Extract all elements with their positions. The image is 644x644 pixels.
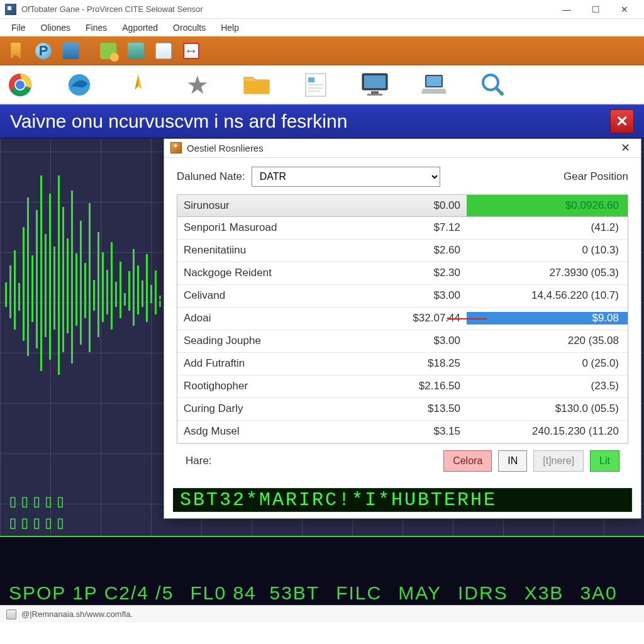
row-name: Rootighopher	[177, 380, 366, 392]
window-controls: — ☐ ✕	[552, 0, 639, 19]
row-value: $2.30	[366, 267, 467, 279]
svg-rect-12	[364, 75, 386, 88]
row-value: $2.60	[366, 244, 467, 257]
row-name: Renenitatiinu	[177, 244, 366, 257]
chrome-icon[interactable]	[6, 71, 34, 99]
row-position: $130.0 (05.5)	[467, 402, 628, 415]
table-row[interactable]: Rootighopher$2.16.50(23.5)	[177, 375, 628, 398]
menu-help[interactable]: Help	[213, 20, 247, 35]
row-position: $9.08←	[467, 312, 628, 325]
minimize-button[interactable]: —	[552, 0, 581, 19]
titlebar: OfTobater Gane - ProVircen CITE Selowat …	[0, 0, 644, 19]
monitor-icon[interactable]	[361, 71, 389, 99]
row-name: Curing Darly	[177, 402, 366, 415]
row-name: Seading Jouphe	[177, 335, 366, 347]
status-cell: FILC	[336, 582, 382, 603]
row-value: $7.12	[366, 221, 467, 234]
bookmark-icon[interactable]	[6, 42, 25, 60]
star-icon[interactable]: ★	[184, 71, 211, 99]
table-row[interactable]: Adoai$32.07.44$9.08←	[177, 308, 628, 330]
svg-rect-14	[367, 94, 382, 96]
dialog-close-button[interactable]: ✕	[616, 141, 635, 155]
celora-button[interactable]: Celora	[443, 450, 492, 472]
table-row[interactable]: Curing Darly$13.50$130.0 (05.5)	[177, 398, 628, 421]
globe-p-icon[interactable]: P	[34, 42, 53, 60]
table-row[interactable]: Celivand$3.0014,4.56.220 (10.7)	[177, 285, 628, 308]
dialog-body: Daluned Nate: DATR Gear Position Sirunos…	[164, 158, 641, 484]
folder-icon[interactable]	[243, 71, 270, 99]
waveform-chart	[0, 176, 164, 415]
laptop-icon[interactable]	[420, 71, 448, 99]
dialog-title: Oestiel Rosnlieres	[187, 143, 264, 153]
status-cell: MAY	[398, 582, 441, 603]
lit-button[interactable]: Lit	[590, 450, 619, 472]
row-name: Add Futraftin	[177, 357, 366, 370]
nate-select[interactable]: DATR	[252, 167, 440, 187]
digital-readout: SBT32*MARIRC!*I*HUBTERHE	[173, 488, 632, 512]
sheet-icon[interactable]	[154, 42, 173, 60]
status-cell: X3B	[525, 582, 564, 603]
compass-icon[interactable]	[125, 71, 152, 99]
table-row[interactable]: Senpori1 Masuroad$7.12(41.2)	[177, 217, 628, 240]
menu-orocults[interactable]: Orocults	[165, 20, 213, 35]
page-icon[interactable]	[302, 71, 330, 99]
row-value: $3.00	[366, 289, 467, 302]
row-value: $2.16.50	[366, 380, 467, 392]
main-area: ▯▯▯▯▯▯▯▯▯▯ Oestiel Rosnlieres ✕ Daluned …	[0, 138, 644, 605]
dialog-titlebar[interactable]: Oestiel Rosnlieres ✕	[164, 139, 641, 158]
table-row[interactable]: Renenitatiinu$2.600 (10.3)	[177, 240, 628, 262]
table-row[interactable]: Add Futraftin$18.250 (25.0)	[177, 353, 628, 375]
toolbar-separator	[89, 40, 90, 62]
dialog-icon	[170, 142, 182, 153]
glyph-readout: ▯▯▯▯▯▯▯▯▯▯	[8, 491, 67, 533]
table-header: Sirunosur $0.00 $0.0926.60	[177, 194, 628, 217]
window-title: OfTobater Gane - ProVircen CITE Selowat …	[21, 4, 203, 14]
menu-agported[interactable]: Agported	[114, 20, 165, 35]
status-cell: SPOP 1P C2/4 /5	[9, 582, 174, 603]
hare-label: Hare:	[186, 455, 212, 467]
field-label: Daluned Nate:	[177, 170, 245, 183]
status-cell: IDRS	[458, 582, 508, 603]
row-value: $18.25	[366, 357, 467, 370]
zoom-icon[interactable]	[479, 71, 507, 99]
card-icon[interactable]	[62, 42, 80, 60]
maximize-button[interactable]: ☐	[581, 0, 610, 19]
header-name: Sirunosur	[177, 199, 366, 212]
row-value: $3.15	[366, 425, 467, 438]
header-position: $0.0926.60	[467, 195, 628, 216]
header-value: $0.00	[366, 199, 467, 212]
menu-fines[interactable]: Fines	[78, 20, 114, 35]
row-position: 240.15.230 (11.20	[467, 425, 628, 438]
table-row[interactable]: Nackgoge Reident$2.3027.3930 (05.3)	[177, 262, 628, 285]
secondary-toolbar: ★	[0, 65, 644, 104]
row-position: (41.2)	[467, 221, 628, 234]
row-position: 27.3930 (05.3)	[467, 267, 628, 279]
footer-icon	[6, 609, 16, 619]
menu-oliones[interactable]: Oliones	[33, 20, 78, 35]
status-strip: SPOP 1P C2/4 /5 FL0 84 53BT FILC MAY IDR…	[0, 536, 644, 605]
dialog-filter-row: Daluned Nate: DATR Gear Position	[177, 167, 628, 187]
close-button[interactable]: ✕	[610, 0, 639, 19]
status-cell: FL0 84 53BT	[190, 582, 319, 603]
footer-bar: @|Remnanaia.sh/www.comfla.	[0, 605, 644, 623]
swap-icon[interactable]: ↔	[182, 42, 201, 60]
row-position: 14,4.56.220 (10.7)	[467, 289, 628, 302]
row-name: Nackgoge Reident	[177, 267, 366, 279]
row-position: 0 (25.0)	[467, 357, 628, 370]
menu-file[interactable]: File	[4, 20, 33, 35]
table-row[interactable]: Seading Jouphe$3.00220 (35.08	[177, 330, 628, 353]
row-value: $13.50	[366, 402, 467, 415]
tnere-button[interactable]: [t]nere]	[533, 450, 584, 472]
svg-marker-5	[135, 74, 138, 89]
footer-text: @|Remnanaia.sh/www.comfla.	[21, 609, 133, 619]
in-button[interactable]: IN	[498, 450, 527, 472]
row-position: 0 (10.3)	[467, 244, 628, 257]
edge-icon[interactable]	[65, 71, 93, 99]
row-value: $3.00	[366, 335, 467, 347]
banner-close-button[interactable]: ✕	[610, 109, 634, 133]
svg-rect-16	[426, 76, 441, 86]
squares-icon[interactable]	[126, 42, 145, 60]
table-body: Senpori1 Masuroad$7.12(41.2)Renenitatiin…	[177, 217, 628, 443]
gear-badge-icon[interactable]	[99, 42, 118, 60]
table-row[interactable]: Asdg Musel$3.15240.15.230 (11.20	[177, 421, 628, 443]
